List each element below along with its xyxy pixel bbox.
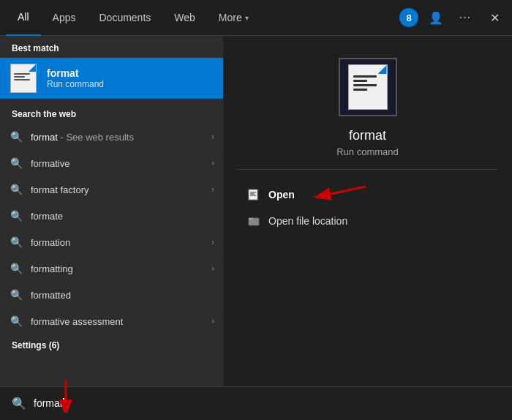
app-icon-line [353,89,367,91]
tab-documents-label: Documents [99,12,151,23]
search-icon: 🔍 [9,130,23,144]
tab-all-label: All [18,11,29,23]
tab-more-label: More [219,12,242,23]
chevron-right-icon: › [211,184,214,195]
close-button[interactable]: ✕ [483,6,506,29]
app-icon-visual [339,58,397,116]
action-list: Open Open file location [238,181,497,234]
chevron-right-icon: › [211,158,214,168]
svg-rect-0 [249,190,257,200]
app-icon-inner [348,64,388,110]
search-icon-left: 🔍 [12,397,26,410]
search-bar: 🔍 format [0,386,512,420]
svg-marker-1 [257,190,259,191]
list-item[interactable]: 🔍 formatted [0,282,223,308]
search-value: format [34,397,64,410]
chevron-right-icon: › [211,263,214,274]
chevron-right-icon: › [211,132,214,142]
search-icon: 🔍 [9,182,23,197]
list-item[interactable]: 🔍 formative assessment › [0,308,223,334]
search-icon: 🔍 [9,235,23,250]
result-text: formative [31,158,211,169]
search-icon: 🔍 [9,261,23,276]
app-icon-line [353,75,377,78]
best-match-text: format Run command [47,67,104,89]
nav-right: 8 👤 ··· ✕ [399,6,506,29]
right-app-subtitle: Run command [336,146,399,157]
top-nav: All Apps Documents Web More ▾ 8 👤 ··· ✕ [0,0,512,36]
app-icon [339,58,397,116]
right-app-name: format [349,128,386,143]
search-icon: 🔍 [9,156,23,170]
user-icon-button[interactable]: 👤 [424,6,448,29]
tab-web[interactable]: Web [162,0,207,36]
result-highlight: format [31,132,58,143]
best-match-subtitle: Run command [47,79,104,89]
search-icon: 🔍 [9,209,23,223]
list-item[interactable]: 🔍 formative › [0,150,223,176]
open-action[interactable]: Open [238,181,497,208]
list-item[interactable]: 🔍 format factory › [0,176,223,203]
open-file-location-label: Open file location [268,215,347,227]
tab-documents[interactable]: Documents [87,0,162,36]
list-item[interactable]: 🔍 formatting › [0,255,223,282]
more-options-button[interactable]: ··· [453,6,477,29]
open-file-location-action[interactable]: Open file location [238,208,497,234]
best-match-header: Best match [0,36,223,58]
result-text: format - See web results [31,132,211,143]
tab-more[interactable]: More ▾ [207,0,260,36]
badge-count: 8 [406,12,411,23]
ellipsis-icon: ··· [459,11,471,24]
result-text: formatted [31,290,214,301]
open-icon [246,187,261,202]
notification-badge[interactable]: 8 [399,8,418,27]
best-match-title: format [47,67,104,79]
main-container: Best match format Run command Search [0,36,512,386]
result-text: formative assessment [31,316,211,327]
chevron-right-icon: › [211,237,214,247]
close-icon: ✕ [490,11,500,25]
tab-all[interactable]: All [6,0,41,36]
list-item[interactable]: 🔍 formate [0,203,223,229]
tab-apps[interactable]: Apps [41,0,88,36]
app-icon-lines [353,75,377,93]
app-icon-line [353,84,377,86]
result-text: format factory [31,184,211,195]
list-item[interactable]: 🔍 formation › [0,229,223,255]
best-match-icon [9,64,38,93]
cursor [63,398,64,410]
open-label: Open [268,189,295,200]
result-text: formate [31,211,214,222]
tab-apps-label: Apps [53,12,76,23]
result-suffix: - See web results [58,132,134,143]
user-icon: 👤 [429,11,443,25]
settings-header: Settings (6) [0,334,223,353]
best-match-item[interactable]: format Run command [0,58,223,99]
divider [238,169,497,170]
file-location-icon [246,214,261,228]
search-icon: 🔍 [9,314,23,329]
search-icon: 🔍 [9,288,23,302]
tab-web-label: Web [174,12,195,23]
list-item[interactable]: 🔍 format - See web results › [0,124,223,150]
app-icon-line [353,80,367,82]
chevron-down-icon: ▾ [245,14,249,22]
right-panel: format Run command Open [223,36,512,386]
chevron-right-icon: › [211,316,214,326]
left-panel: Best match format Run command Search [0,36,223,386]
search-web-header: Search the web [0,102,223,124]
result-text: formation [31,237,211,248]
result-text: formatting [31,263,211,274]
